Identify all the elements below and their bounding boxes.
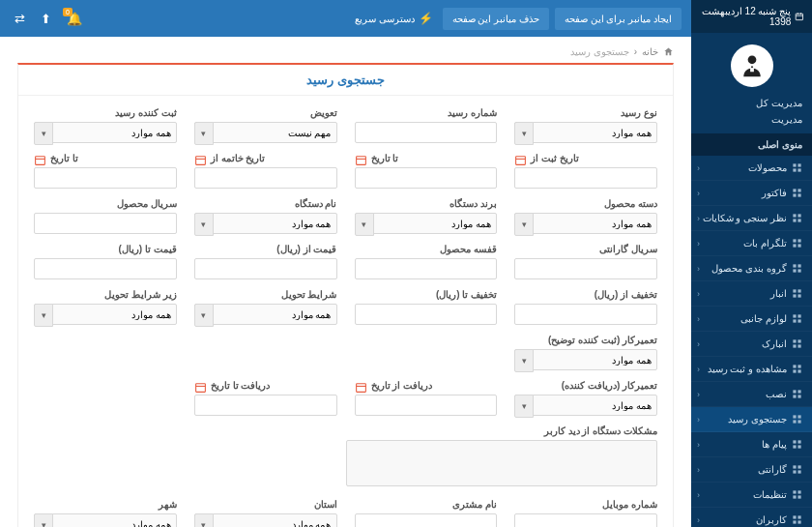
- sidebar-item-1[interactable]: فاکتور‹: [691, 181, 812, 206]
- receipt-type-select[interactable]: همه موارد: [514, 122, 657, 143]
- reg-from-input[interactable]: [514, 167, 657, 189]
- warranty-serial-input[interactable]: [514, 258, 657, 279]
- delivery-cond-select[interactable]: همه موارد: [194, 304, 337, 325]
- sidebar-item-12[interactable]: گارانتی‹: [691, 457, 812, 483]
- sidebar-item-label: مشاهده و ثبت رسید: [708, 364, 787, 374]
- lbl-device-name: نام دستگاه: [194, 198, 337, 209]
- remove-shortcut-button[interactable]: حذف میانبر این صفحه: [443, 8, 549, 30]
- to-date-input[interactable]: [355, 167, 498, 189]
- sidebar-item-label: نظر سنجی و شکایات: [703, 213, 787, 223]
- city-select[interactable]: همه موارد: [34, 513, 177, 527]
- topbar: ایجاد میانبر برای این صفحه حذف میانبر ای…: [0, 0, 691, 37]
- tech-recv-select[interactable]: همه موارد: [514, 395, 657, 416]
- cust-name-input[interactable]: [355, 513, 498, 527]
- date-bar: پنج شنبه 12 اردیبهشت 1398: [691, 0, 812, 33]
- svg-rect-28: [793, 294, 796, 297]
- sidebar-item-11[interactable]: پیام ها‹: [691, 432, 812, 457]
- bolt-icon: ⚡: [419, 12, 433, 25]
- replacement-select[interactable]: مهم نیست: [194, 122, 337, 143]
- sidebar-item-14[interactable]: کاربران‹: [691, 508, 812, 527]
- tech-note-select[interactable]: همه موارد: [514, 349, 657, 370]
- calendar-icon: [194, 154, 207, 166]
- grid-icon: [792, 439, 802, 450]
- sidebar-item-9[interactable]: نصب‹: [691, 382, 812, 407]
- svg-rect-13: [798, 193, 800, 196]
- prod-shelf-input[interactable]: [355, 258, 498, 279]
- lbl-recv-to: دریافت تا تاریخ: [211, 380, 271, 391]
- lbl-replacement: تعویض: [194, 107, 337, 118]
- lbl-to-date2: تا تاریخ: [50, 153, 78, 163]
- receipt-no-input[interactable]: [355, 122, 498, 143]
- date-text: پنج شنبه 12 اردیبهشت 1398: [699, 6, 791, 27]
- content: خانه ‹ جستجوی رسید جستجوی رسید نوع رسیده…: [0, 37, 691, 527]
- bc-sep: ‹: [634, 46, 637, 57]
- disc-from-input[interactable]: [514, 304, 657, 325]
- chevron-left-icon: ‹: [697, 415, 700, 425]
- end-from-input[interactable]: [194, 167, 337, 189]
- sidebar-item-3[interactable]: تلگرام بات‹: [691, 231, 812, 256]
- sidebar-item-4[interactable]: گروه بندی محصول‹: [691, 256, 812, 281]
- svg-rect-65: [798, 520, 800, 523]
- grid-icon: [792, 514, 802, 525]
- random-icon[interactable]: ⇄: [14, 12, 25, 26]
- svg-rect-61: [798, 495, 800, 498]
- menu-title: منوی اصلی: [691, 133, 812, 156]
- lbl-mobile: شماره موبایل: [514, 499, 657, 510]
- lbl-reg-from: تاریخ ثبت از: [531, 153, 579, 163]
- grid-icon: [792, 338, 802, 349]
- svg-rect-45: [798, 395, 800, 397]
- svg-rect-26: [793, 289, 796, 292]
- svg-rect-76: [36, 157, 45, 165]
- device-brand-select[interactable]: همه موارد: [355, 213, 498, 234]
- sidebar-item-10[interactable]: جستجوی رسید‹: [691, 407, 812, 432]
- mobile-input[interactable]: [514, 513, 657, 527]
- sidebar-item-13[interactable]: تنظیمات‹: [691, 483, 812, 508]
- role-mgmt[interactable]: مدیریت: [701, 111, 802, 128]
- lbl-prod-cat: دسته محصول: [514, 198, 657, 209]
- svg-rect-33: [798, 319, 800, 322]
- user-problems-textarea[interactable]: [346, 440, 658, 486]
- role-overall[interactable]: مدیریت کل: [701, 95, 802, 111]
- sidebar-item-2[interactable]: نظر سنجی و شکایات‹: [691, 206, 812, 231]
- disc-to-input[interactable]: [355, 304, 498, 325]
- svg-rect-48: [793, 420, 796, 423]
- create-shortcut-button[interactable]: ایجاد میانبر برای این صفحه: [555, 8, 682, 30]
- prod-serial-input[interactable]: [34, 213, 177, 234]
- chevron-left-icon: ‹: [697, 289, 700, 299]
- registrar-select[interactable]: همه موارد: [34, 122, 177, 143]
- search-form: نوع رسیدهمه موارد شماره رسید تعویضمهم نی…: [18, 96, 673, 527]
- role-links: مدیریت کل مدیریت: [691, 95, 812, 133]
- calendar-icon: [514, 154, 527, 166]
- price-from-input[interactable]: [194, 258, 337, 279]
- recv-from-input[interactable]: [355, 395, 498, 416]
- quick-access[interactable]: ⚡ دسترسی سریع: [355, 12, 433, 25]
- delivery-sub-select[interactable]: همه موارد: [34, 304, 177, 325]
- device-name-select[interactable]: همه موارد: [194, 213, 337, 234]
- svg-rect-49: [798, 420, 800, 423]
- sidebar-item-label: تنظیمات: [753, 489, 787, 500]
- svg-point-4: [747, 55, 756, 64]
- svg-rect-53: [798, 445, 800, 448]
- svg-rect-80: [195, 384, 205, 393]
- province-select[interactable]: همه موارد: [194, 513, 337, 527]
- notifications-icon[interactable]: 🔔0: [67, 12, 82, 26]
- prod-cat-select[interactable]: همه موارد: [514, 213, 657, 234]
- upload-icon[interactable]: ⬆: [41, 12, 51, 26]
- sidebar-item-0[interactable]: محصولات‹: [691, 156, 812, 181]
- recv-to-input[interactable]: [194, 395, 337, 416]
- lbl-receipt-type: نوع رسید: [514, 107, 657, 118]
- sidebar-item-8[interactable]: مشاهده و ثبت رسید‹: [691, 357, 812, 382]
- lbl-delivery-cond: شرایط تحویل: [194, 289, 337, 300]
- sidebar-item-7[interactable]: انبارک‹: [691, 332, 812, 357]
- sidebar-item-5[interactable]: انبار‹: [691, 281, 812, 307]
- bc-home[interactable]: خانه: [642, 46, 658, 57]
- calendar-icon: [194, 381, 207, 394]
- calendar-icon: [355, 381, 367, 394]
- lbl-province: استان: [194, 499, 337, 510]
- avatar[interactable]: [731, 44, 773, 87]
- sidebar-item-6[interactable]: لوازم جانبی‹: [691, 307, 812, 332]
- svg-rect-20: [793, 244, 796, 247]
- price-to-input[interactable]: [34, 258, 177, 279]
- to-date2-input[interactable]: [34, 167, 177, 189]
- svg-rect-34: [793, 339, 796, 342]
